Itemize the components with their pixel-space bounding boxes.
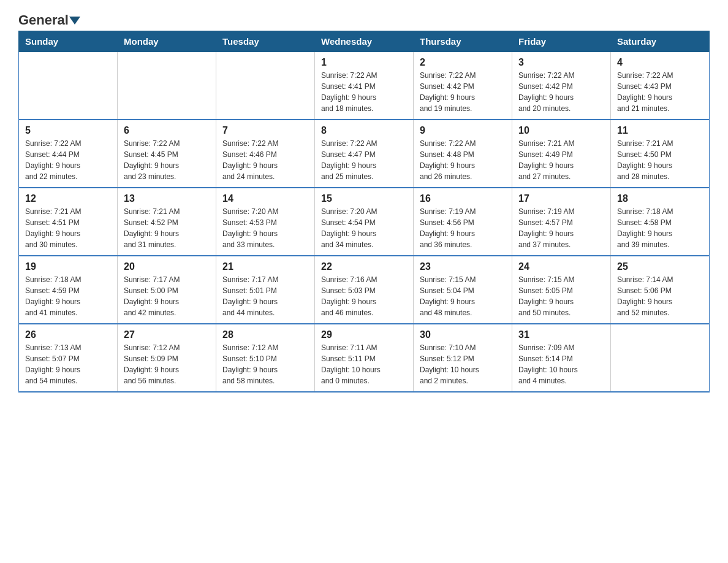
day-info: Sunrise: 7:18 AM Sunset: 4:58 PM Dayligh… <box>617 206 703 250</box>
day-info: Sunrise: 7:15 AM Sunset: 5:04 PM Dayligh… <box>420 274 506 318</box>
day-number: 25 <box>617 261 703 272</box>
day-info: Sunrise: 7:21 AM Sunset: 4:50 PM Dayligh… <box>617 138 703 182</box>
calendar-table: SundayMondayTuesdayWednesdayThursdayFrid… <box>18 31 710 393</box>
calendar-cell: 29Sunrise: 7:11 AM Sunset: 5:11 PM Dayli… <box>315 324 414 392</box>
day-header-sunday: Sunday <box>19 31 118 52</box>
calendar-cell: 12Sunrise: 7:21 AM Sunset: 4:51 PM Dayli… <box>19 188 118 256</box>
day-info: Sunrise: 7:22 AM Sunset: 4:43 PM Dayligh… <box>617 70 703 114</box>
day-number: 28 <box>222 329 308 340</box>
day-number: 3 <box>518 57 604 68</box>
day-number: 8 <box>321 125 407 136</box>
calendar-cell: 9Sunrise: 7:22 AM Sunset: 4:48 PM Daylig… <box>414 120 512 188</box>
day-number: 18 <box>617 193 703 204</box>
day-info: Sunrise: 7:22 AM Sunset: 4:44 PM Dayligh… <box>25 138 111 182</box>
day-info: Sunrise: 7:20 AM Sunset: 4:53 PM Dayligh… <box>222 206 308 250</box>
calendar-body: 1Sunrise: 7:22 AM Sunset: 4:41 PM Daylig… <box>19 52 710 393</box>
day-info: Sunrise: 7:17 AM Sunset: 5:01 PM Dayligh… <box>222 274 308 318</box>
day-number: 13 <box>124 193 210 204</box>
day-info: Sunrise: 7:17 AM Sunset: 5:00 PM Dayligh… <box>124 274 210 318</box>
day-number: 16 <box>420 193 506 204</box>
day-header-tuesday: Tuesday <box>216 31 315 52</box>
day-number: 26 <box>25 329 111 340</box>
day-info: Sunrise: 7:14 AM Sunset: 5:06 PM Dayligh… <box>617 274 703 318</box>
calendar-cell: 27Sunrise: 7:12 AM Sunset: 5:09 PM Dayli… <box>118 324 216 392</box>
day-info: Sunrise: 7:16 AM Sunset: 5:03 PM Dayligh… <box>321 274 407 318</box>
calendar-cell: 2Sunrise: 7:22 AM Sunset: 4:42 PM Daylig… <box>414 52 512 120</box>
day-info: Sunrise: 7:21 AM Sunset: 4:49 PM Dayligh… <box>518 138 604 182</box>
calendar-cell: 21Sunrise: 7:17 AM Sunset: 5:01 PM Dayli… <box>216 256 315 324</box>
day-number: 24 <box>518 261 604 272</box>
day-number: 14 <box>222 193 308 204</box>
calendar-cell <box>611 324 710 392</box>
day-info: Sunrise: 7:22 AM Sunset: 4:45 PM Dayligh… <box>124 138 210 182</box>
calendar-cell: 10Sunrise: 7:21 AM Sunset: 4:49 PM Dayli… <box>512 120 611 188</box>
day-number: 2 <box>420 57 506 68</box>
day-number: 29 <box>321 329 407 340</box>
logo: General <box>18 12 81 25</box>
day-info: Sunrise: 7:22 AM Sunset: 4:48 PM Dayligh… <box>420 138 506 182</box>
week-row-4: 19Sunrise: 7:18 AM Sunset: 4:59 PM Dayli… <box>19 256 710 324</box>
week-row-5: 26Sunrise: 7:13 AM Sunset: 5:07 PM Dayli… <box>19 324 710 392</box>
day-info: Sunrise: 7:15 AM Sunset: 5:05 PM Dayligh… <box>518 274 604 318</box>
calendar-header: SundayMondayTuesdayWednesdayThursdayFrid… <box>19 31 710 52</box>
logo-arrow-icon <box>69 17 80 25</box>
calendar-cell: 30Sunrise: 7:10 AM Sunset: 5:12 PM Dayli… <box>414 324 512 392</box>
calendar-cell: 14Sunrise: 7:20 AM Sunset: 4:53 PM Dayli… <box>216 188 315 256</box>
page-header: General <box>18 12 710 25</box>
day-number: 6 <box>124 125 210 136</box>
calendar-cell: 20Sunrise: 7:17 AM Sunset: 5:00 PM Dayli… <box>118 256 216 324</box>
day-number: 17 <box>518 193 604 204</box>
calendar-cell: 18Sunrise: 7:18 AM Sunset: 4:58 PM Dayli… <box>611 188 710 256</box>
calendar-cell: 11Sunrise: 7:21 AM Sunset: 4:50 PM Dayli… <box>611 120 710 188</box>
day-info: Sunrise: 7:12 AM Sunset: 5:10 PM Dayligh… <box>222 342 308 386</box>
calendar-cell: 28Sunrise: 7:12 AM Sunset: 5:10 PM Dayli… <box>216 324 315 392</box>
day-number: 10 <box>518 125 604 136</box>
day-number: 1 <box>321 57 407 68</box>
calendar-cell: 5Sunrise: 7:22 AM Sunset: 4:44 PM Daylig… <box>19 120 118 188</box>
day-number: 12 <box>25 193 111 204</box>
calendar-cell: 16Sunrise: 7:19 AM Sunset: 4:56 PM Dayli… <box>414 188 512 256</box>
calendar-cell: 25Sunrise: 7:14 AM Sunset: 5:06 PM Dayli… <box>611 256 710 324</box>
calendar-cell: 17Sunrise: 7:19 AM Sunset: 4:57 PM Dayli… <box>512 188 611 256</box>
day-number: 11 <box>617 125 703 136</box>
calendar-cell: 26Sunrise: 7:13 AM Sunset: 5:07 PM Dayli… <box>19 324 118 392</box>
calendar-cell <box>19 52 118 120</box>
day-number: 15 <box>321 193 407 204</box>
day-info: Sunrise: 7:10 AM Sunset: 5:12 PM Dayligh… <box>420 342 506 386</box>
header-row: SundayMondayTuesdayWednesdayThursdayFrid… <box>19 31 710 52</box>
day-info: Sunrise: 7:09 AM Sunset: 5:14 PM Dayligh… <box>518 342 604 386</box>
day-number: 19 <box>25 261 111 272</box>
day-number: 7 <box>222 125 308 136</box>
day-header-thursday: Thursday <box>414 31 512 52</box>
calendar-cell: 13Sunrise: 7:21 AM Sunset: 4:52 PM Dayli… <box>118 188 216 256</box>
day-header-friday: Friday <box>512 31 611 52</box>
day-info: Sunrise: 7:20 AM Sunset: 4:54 PM Dayligh… <box>321 206 407 250</box>
day-number: 4 <box>617 57 703 68</box>
day-info: Sunrise: 7:21 AM Sunset: 4:51 PM Dayligh… <box>25 206 111 250</box>
day-number: 27 <box>124 329 210 340</box>
calendar-cell: 3Sunrise: 7:22 AM Sunset: 4:42 PM Daylig… <box>512 52 611 120</box>
calendar-cell: 23Sunrise: 7:15 AM Sunset: 5:04 PM Dayli… <box>414 256 512 324</box>
day-info: Sunrise: 7:19 AM Sunset: 4:56 PM Dayligh… <box>420 206 506 250</box>
day-header-wednesday: Wednesday <box>315 31 414 52</box>
day-info: Sunrise: 7:22 AM Sunset: 4:46 PM Dayligh… <box>222 138 308 182</box>
calendar-cell: 19Sunrise: 7:18 AM Sunset: 4:59 PM Dayli… <box>19 256 118 324</box>
calendar-cell: 22Sunrise: 7:16 AM Sunset: 5:03 PM Dayli… <box>315 256 414 324</box>
day-info: Sunrise: 7:22 AM Sunset: 4:41 PM Dayligh… <box>321 70 407 114</box>
calendar-cell: 24Sunrise: 7:15 AM Sunset: 5:05 PM Dayli… <box>512 256 611 324</box>
day-number: 21 <box>222 261 308 272</box>
week-row-3: 12Sunrise: 7:21 AM Sunset: 4:51 PM Dayli… <box>19 188 710 256</box>
day-number: 31 <box>518 329 604 340</box>
day-number: 30 <box>420 329 506 340</box>
day-info: Sunrise: 7:21 AM Sunset: 4:52 PM Dayligh… <box>124 206 210 250</box>
day-info: Sunrise: 7:18 AM Sunset: 4:59 PM Dayligh… <box>25 274 111 318</box>
calendar-cell: 31Sunrise: 7:09 AM Sunset: 5:14 PM Dayli… <box>512 324 611 392</box>
day-number: 23 <box>420 261 506 272</box>
day-info: Sunrise: 7:12 AM Sunset: 5:09 PM Dayligh… <box>124 342 210 386</box>
day-header-saturday: Saturday <box>611 31 710 52</box>
day-info: Sunrise: 7:22 AM Sunset: 4:42 PM Dayligh… <box>420 70 506 114</box>
week-row-2: 5Sunrise: 7:22 AM Sunset: 4:44 PM Daylig… <box>19 120 710 188</box>
day-info: Sunrise: 7:22 AM Sunset: 4:42 PM Dayligh… <box>518 70 604 114</box>
day-info: Sunrise: 7:19 AM Sunset: 4:57 PM Dayligh… <box>518 206 604 250</box>
day-header-monday: Monday <box>118 31 216 52</box>
